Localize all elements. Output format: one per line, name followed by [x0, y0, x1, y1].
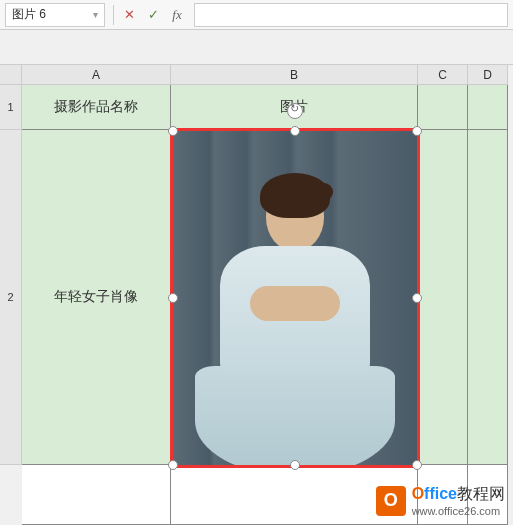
column-headers: A B C D [22, 65, 508, 85]
cell-a2[interactable]: 年轻女子肖像 [22, 130, 171, 465]
col-header-c[interactable]: C [418, 65, 468, 85]
resize-handle-bl[interactable] [168, 460, 178, 470]
resize-handle-bm[interactable] [290, 460, 300, 470]
cell-a3[interactable] [22, 465, 171, 525]
fx-button[interactable]: fx [165, 3, 189, 27]
row-headers: 1 2 [0, 85, 22, 465]
resize-handle-ml[interactable] [168, 293, 178, 303]
watermark-icon: O [376, 486, 406, 516]
formula-bar: 图片 6 ✕ ✓ fx [0, 0, 513, 30]
watermark-brand-o: O [412, 485, 424, 502]
rotate-handle[interactable] [287, 103, 303, 119]
resize-handle-mr[interactable] [412, 293, 422, 303]
watermark-url: www.office26.com [412, 505, 505, 517]
photo-content [173, 131, 417, 465]
col-header-d[interactable]: D [468, 65, 508, 85]
watermark-cn: 教程网 [457, 485, 505, 502]
person-illustration [195, 181, 395, 465]
cell-c1[interactable] [418, 85, 468, 130]
confirm-button[interactable]: ✓ [141, 3, 165, 27]
name-box[interactable]: 图片 6 [5, 3, 105, 27]
resize-handle-br[interactable] [412, 460, 422, 470]
col-header-b[interactable]: B [171, 65, 418, 85]
toolbar-gap [0, 30, 513, 65]
watermark-text: Office教程网 www.office26.com [412, 484, 505, 517]
cell-d1[interactable] [468, 85, 508, 130]
select-all-corner[interactable] [0, 65, 22, 85]
cancel-button[interactable]: ✕ [117, 3, 141, 27]
formula-input[interactable] [194, 3, 508, 27]
resize-handle-tl[interactable] [168, 126, 178, 136]
row-header-1[interactable]: 1 [0, 85, 22, 130]
col-header-a[interactable]: A [22, 65, 171, 85]
resize-handle-tm[interactable] [290, 126, 300, 136]
watermark-brand: ffice [424, 485, 457, 502]
cell-c2[interactable] [418, 130, 468, 465]
cell-d2[interactable] [468, 130, 508, 465]
resize-handle-tr[interactable] [412, 126, 422, 136]
cell-a1[interactable]: 摄影作品名称 [22, 85, 171, 130]
divider [113, 5, 114, 25]
row-header-2[interactable]: 2 [0, 130, 22, 465]
selected-image[interactable] [170, 128, 420, 468]
watermark: O Office教程网 www.office26.com [376, 484, 505, 517]
